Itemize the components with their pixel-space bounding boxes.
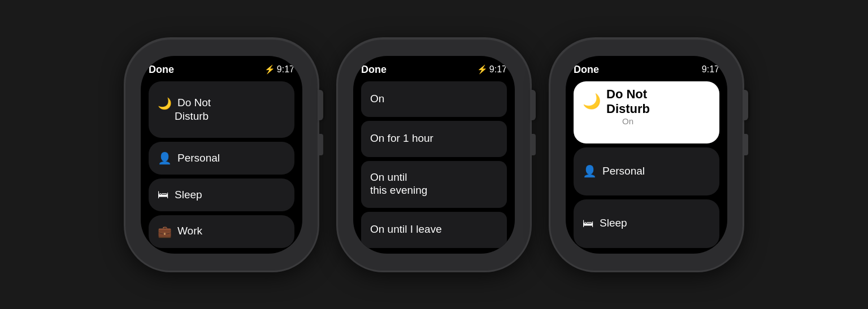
watch-3-moon-icon: 🌙 xyxy=(583,93,601,110)
watch-1-work-label: Work xyxy=(177,225,202,238)
watch-1-time: 9:17 xyxy=(277,64,294,75)
watch-1-person-icon: 👤 xyxy=(158,151,172,165)
watch-1-screen: Done ⚡ 9:17 🌙 Do Not Disturb xyxy=(141,56,302,254)
watch-1-dnd-label2-container: Disturb xyxy=(158,110,209,123)
watch-1-dnd-label2: Disturb xyxy=(175,110,209,122)
watch-1-status-right: ⚡ 9:17 xyxy=(264,64,294,75)
watch-1-do-not-disturb-item[interactable]: 🌙 Do Not Disturb xyxy=(149,81,294,138)
watch-2-on-leave-item[interactable]: On until I leave xyxy=(361,212,507,248)
watch-2-on-hour-item[interactable]: On for 1 hour xyxy=(361,121,507,157)
watch-3-dnd-sublabel-container: On xyxy=(603,116,710,127)
watch-3-personal-item[interactable]: 👤 Personal xyxy=(574,147,719,196)
watch-3-dnd-selected-item[interactable]: 🌙 Do Not Disturb On xyxy=(574,81,719,143)
watch-1: Done ⚡ 9:17 🌙 Do Not Disturb xyxy=(125,39,318,271)
watch-2-on-item[interactable]: On xyxy=(361,81,507,117)
watch-1-bed-icon: 🛏 xyxy=(158,188,169,201)
watch-3-dnd-label: Do Not xyxy=(606,87,650,102)
watch-1-done-button[interactable]: Done xyxy=(149,64,174,76)
watch-2-on-hour-label: On for 1 hour xyxy=(370,132,433,145)
watch-3-person-icon: 👤 xyxy=(583,164,597,178)
watch-2: Done ⚡ 9:17 On On for 1 hour On untilthi… xyxy=(338,39,530,271)
watch-3-sleep-label: Sleep xyxy=(600,217,627,230)
watch-1-dnd-row: 🌙 Do Not xyxy=(158,97,211,110)
watches-container: Done ⚡ 9:17 🌙 Do Not Disturb xyxy=(125,39,743,271)
watch-2-status-bar: Done ⚡ 9:17 xyxy=(361,64,507,76)
watch-2-status-right: ⚡ 9:17 xyxy=(477,64,507,75)
watch-2-menu-list: On On for 1 hour On untilthis evening On… xyxy=(361,81,507,248)
watch-1-personal-label: Personal xyxy=(177,152,220,165)
watch-2-done-button[interactable]: Done xyxy=(361,64,387,76)
watch-3-status-right: 9:17 xyxy=(702,64,719,75)
watch-2-on-label: On xyxy=(370,93,384,106)
watch-2-screen: Done ⚡ 9:17 On On for 1 hour On untilthi… xyxy=(353,56,515,254)
watch-3-dnd-text-block: Do Not Disturb xyxy=(606,87,650,117)
watch-3: Done 9:17 🌙 Do Not Disturb O xyxy=(550,39,743,271)
watch-1-bolt-icon: ⚡ xyxy=(264,64,275,75)
watch-3-menu-list: 🌙 Do Not Disturb On 👤 Personal xyxy=(574,81,719,248)
watch-1-dnd-label: Do Not xyxy=(177,97,211,110)
watch-3-bed-icon: 🛏 xyxy=(583,217,594,230)
watch-3-done-button[interactable]: Done xyxy=(574,64,599,76)
watch-2-on-evening-label: On untilthis evening xyxy=(370,171,427,197)
watch-3-personal-label: Personal xyxy=(602,165,645,178)
watch-1-work-item[interactable]: 💼 Work xyxy=(149,215,294,248)
watch-1-personal-item[interactable]: 👤 Personal xyxy=(149,142,294,175)
watch-2-on-leave-label: On until I leave xyxy=(370,223,442,236)
watch-1-bag-icon: 💼 xyxy=(158,225,172,238)
watch-3-status-bar: Done 9:17 xyxy=(574,64,719,76)
watch-3-sleep-item[interactable]: 🛏 Sleep xyxy=(574,199,719,248)
watch-2-time: 9:17 xyxy=(489,64,507,75)
watch-1-sleep-label: Sleep xyxy=(175,189,202,202)
watch-3-screen: Done 9:17 🌙 Do Not Disturb O xyxy=(566,56,727,254)
watch-1-sleep-item[interactable]: 🛏 Sleep xyxy=(149,179,294,211)
watch-1-status-bar: Done ⚡ 9:17 xyxy=(149,64,294,76)
watch-3-time: 9:17 xyxy=(702,64,719,75)
watch-2-bolt-icon: ⚡ xyxy=(477,64,488,75)
watch-2-on-evening-item[interactable]: On untilthis evening xyxy=(361,161,507,208)
watch-3-dnd-sublabel: On xyxy=(622,116,633,126)
watch-3-dnd-top-row: 🌙 Do Not Disturb xyxy=(583,87,710,117)
watch-1-moon-icon: 🌙 xyxy=(158,97,172,110)
watch-3-dnd-label2: Disturb xyxy=(606,102,650,116)
watch-1-menu-list: 🌙 Do Not Disturb 👤 Personal 🛏 Sleep xyxy=(149,81,294,248)
